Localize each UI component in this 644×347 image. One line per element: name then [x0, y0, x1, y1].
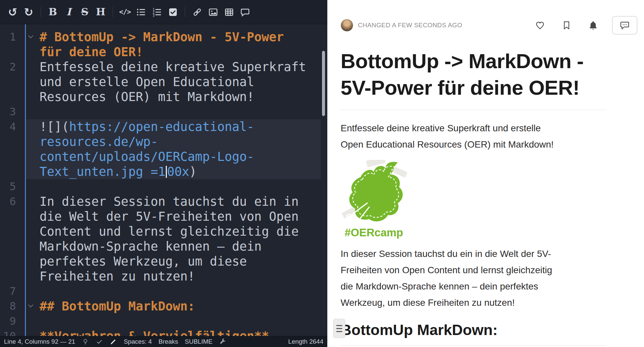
bookmark-icon — [562, 20, 572, 30]
bold-button[interactable]: B — [45, 4, 61, 20]
brush-icon[interactable] — [110, 338, 117, 345]
editor-line[interactable]: perfektes Werkzeug, um diese — [0, 254, 327, 269]
link-icon — [192, 7, 202, 17]
editor-statusbar: Line 4, Columns 92 — 21 Spaces: 4 Breaks… — [0, 336, 327, 347]
oercamp-flame-graphic — [341, 160, 407, 226]
oercamp-logo-text: #OERcamp — [341, 226, 407, 239]
editor-line[interactable]: für deine OER! — [0, 45, 327, 59]
bookmark-button[interactable] — [561, 20, 572, 31]
last-changed-text: CHANGED A FEW SECONDS AGO — [358, 22, 462, 29]
editor-scrollbar[interactable] — [322, 51, 325, 116]
editor-line[interactable]: Content und lernst gleichzeitig die — [0, 224, 327, 239]
editor-line[interactable]: 5 — [0, 179, 327, 194]
comment-icon — [240, 7, 250, 17]
svg-text:3: 3 — [153, 13, 155, 17]
code-text: und erstelle Open Educational — [0, 74, 327, 89]
fold-chevron-icon[interactable] — [29, 303, 33, 307]
wrench-icon[interactable] — [219, 338, 226, 345]
code-segment: und erstelle Open Educational — [40, 75, 254, 89]
code-segment: Entfessele deine kreative Superkraft — [40, 60, 306, 74]
italic-button[interactable]: I — [61, 4, 77, 20]
code-text: Resources (OER) mit Markdown! — [0, 89, 327, 104]
code-editor[interactable]: 1# BottomUp -> MarkDown - 5V-Powerfür de… — [0, 24, 327, 347]
code-text: ![](https://open-educational- — [0, 119, 327, 134]
italic-icon: I — [66, 7, 71, 17]
strikethrough-icon: S — [81, 7, 88, 17]
insert-table-button[interactable] — [221, 4, 237, 20]
editor-toolbar: ↺ ↻ B I S H </> 123 — [0, 0, 327, 24]
redo-button[interactable]: ↻ — [21, 4, 37, 20]
breaks-setting[interactable]: Breaks — [159, 338, 178, 345]
checklist-button[interactable] — [165, 4, 181, 20]
comments-panel-button[interactable] — [612, 16, 637, 35]
gutter-accent-line — [25, 24, 26, 347]
editor-line[interactable]: resources.de/wp- — [0, 134, 327, 149]
strikethrough-button[interactable]: S — [77, 4, 93, 20]
insert-image-button[interactable] — [205, 4, 221, 20]
editor-line[interactable]: 1# BottomUp -> MarkDown - 5V-Power — [0, 30, 327, 45]
spaces-setting[interactable]: Spaces: 4 — [124, 338, 152, 345]
like-button[interactable] — [534, 20, 546, 31]
grip-line — [336, 325, 342, 326]
editor-line[interactable]: 8## BottomUp MarkDown: — [0, 299, 327, 314]
doc-length-info[interactable]: Length 2644 — [288, 338, 323, 345]
code-segment: ![]( — [40, 120, 69, 134]
editor-line[interactable]: die Welt der 5V-Freiheiten von Open — [0, 209, 327, 224]
undo-button[interactable]: ↺ — [5, 4, 21, 20]
heart-icon — [535, 20, 545, 30]
editor-line[interactable]: 2Entfessele deine kreative Superkraft — [0, 59, 327, 74]
intro-paragraph: Entfessele deine kreative Superkraft und… — [341, 120, 606, 153]
code-segment: Resources (OER) mit Markdown! — [40, 90, 254, 104]
code-text: Freiheiten zu nutzen! — [0, 269, 327, 284]
bullet-list-button[interactable] — [133, 4, 149, 20]
code-text: die Welt der 5V-Freiheiten von Open — [0, 209, 327, 224]
editor-pane: ↺ ↻ B I S H </> 123 — [0, 0, 327, 347]
markdown-editor-app: ↺ ↻ B I S H </> 123 — [0, 0, 644, 347]
code-segment: Text_unten.jpg =1 — [40, 165, 165, 179]
grip-line — [336, 331, 342, 332]
code-text: für deine OER! — [0, 45, 327, 59]
doc-title: BottomUp -> MarkDown - 5V-Power für dein… — [341, 48, 606, 110]
editor-line[interactable]: und erstelle Open Educational — [0, 74, 327, 89]
code-segment: ## BottomUp MarkDown: — [40, 299, 195, 313]
image-icon — [208, 7, 218, 17]
editor-line[interactable]: 6In dieser Session tauchst du ein in — [0, 194, 327, 209]
text-cursor — [166, 166, 167, 178]
code-segment: ) — [189, 165, 197, 179]
lightbulb-icon[interactable] — [82, 338, 89, 345]
code-segment: perfektes Werkzeug, um diese — [40, 254, 247, 269]
editor-line[interactable]: 7 — [0, 284, 327, 299]
line-number: 5 — [0, 179, 16, 194]
preview-pane: CHANGED A FEW SECONDS AGO BottomUp -> Ma… — [327, 0, 644, 347]
code-block-button[interactable]: </> — [117, 4, 133, 20]
avatar[interactable] — [341, 19, 353, 32]
editor-line[interactable]: Markdown-Sprache kennen – dein — [0, 239, 327, 254]
subscribe-button[interactable] — [588, 20, 599, 31]
editor-line[interactable]: content/uploads/OERCamp-Logo- — [0, 149, 327, 164]
line-number: 3 — [0, 104, 16, 119]
line-number: 9 — [0, 314, 16, 329]
editor-line[interactable]: 9 — [0, 314, 327, 329]
code-text: perfektes Werkzeug, um diese — [0, 254, 327, 269]
editor-line[interactable]: 3 — [0, 104, 327, 119]
editor-line[interactable]: Text_unten.jpg =100x) — [0, 164, 327, 179]
code-text: ## BottomUp MarkDown: — [0, 299, 327, 314]
code-text: content/uploads/OERCamp-Logo- — [0, 149, 327, 164]
redo-icon: ↻ — [24, 7, 33, 18]
keymap-setting[interactable]: SUBLIME — [185, 338, 212, 345]
code-text: Entfessele deine kreative Superkraft — [0, 59, 327, 74]
session-paragraph: In dieser Session tauchst du ein in die … — [341, 246, 606, 311]
editor-line[interactable]: Freiheiten zu nutzen! — [0, 269, 327, 284]
spellcheck-check-icon[interactable] — [96, 338, 103, 345]
fold-chevron-icon[interactable] — [29, 34, 33, 38]
editor-line[interactable]: 4![](https://open-educational- — [0, 119, 327, 134]
pane-resize-handle[interactable] — [333, 319, 345, 338]
code-text: Content und lernst gleichzeitig die — [0, 224, 327, 239]
cursor-position-info: Line 4, Columns 92 — 21 — [4, 338, 75, 345]
editor-line[interactable]: Resources (OER) mit Markdown! — [0, 89, 327, 104]
heading-button[interactable]: H — [93, 4, 109, 20]
comment-button[interactable] — [237, 4, 253, 20]
code-segment: https://open-educational- — [69, 120, 254, 134]
numbered-list-button[interactable]: 123 — [149, 4, 165, 20]
insert-link-button[interactable] — [189, 4, 205, 20]
